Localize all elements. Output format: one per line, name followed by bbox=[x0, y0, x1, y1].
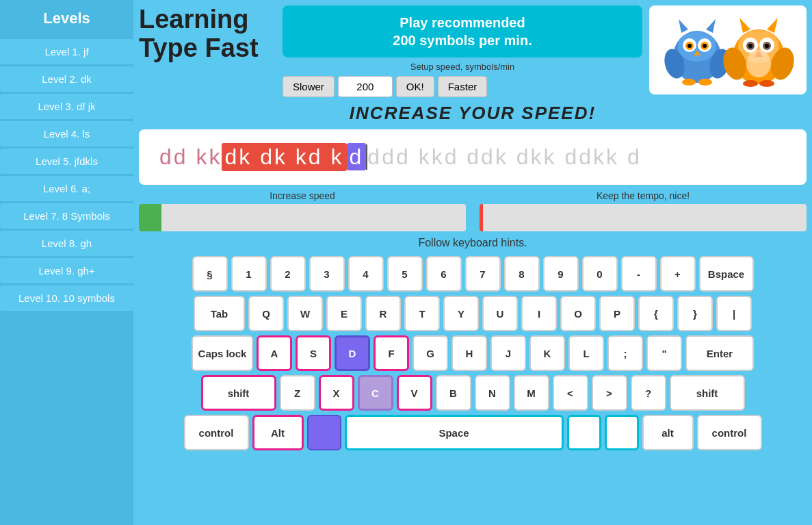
sidebar-item-level7[interactable]: Level 7. 8 Symbols bbox=[0, 203, 133, 229]
key-row-2: Tab Q W E R T Y U I O P { } | bbox=[194, 296, 752, 331]
key-7[interactable]: 7 bbox=[465, 256, 501, 292]
play-button[interactable]: Play recommended200 symbols per min. bbox=[283, 5, 642, 57]
sidebar-item-level10[interactable]: Level 10. 10 symbols bbox=[0, 285, 133, 311]
sidebar-item-level6[interactable]: Level 6. a; bbox=[0, 176, 133, 201]
svg-point-22 bbox=[765, 44, 769, 48]
key-1[interactable]: 1 bbox=[231, 256, 267, 292]
key-b[interactable]: B bbox=[436, 375, 471, 411]
key-quote[interactable]: " bbox=[646, 335, 682, 371]
key-s[interactable]: S bbox=[296, 335, 331, 371]
key-f[interactable]: F bbox=[374, 335, 409, 371]
sidebar-item-level3[interactable]: Level 3. df jk bbox=[0, 94, 133, 119]
ok-button[interactable]: OK! bbox=[396, 76, 434, 97]
sidebar-item-level8[interactable]: Level 8. gh bbox=[0, 231, 133, 256]
key-9[interactable]: 9 bbox=[543, 256, 579, 292]
key-t[interactable]: T bbox=[404, 296, 440, 331]
key-v[interactable]: V bbox=[397, 375, 432, 411]
key-o[interactable]: O bbox=[560, 296, 596, 331]
key-space[interactable]: Space bbox=[345, 415, 564, 450]
key-h[interactable]: H bbox=[451, 335, 487, 371]
key-tab[interactable]: Tab bbox=[194, 296, 245, 331]
svg-point-28 bbox=[743, 80, 758, 87]
key-row-4: shift Z X C V B N M < > ? shift bbox=[201, 375, 745, 411]
key-enter[interactable]: Enter bbox=[685, 335, 754, 371]
key-y[interactable]: Y bbox=[443, 296, 479, 331]
key-active-col1 bbox=[307, 415, 341, 450]
sidebar-item-level9[interactable]: Level 9. gh+ bbox=[0, 258, 133, 283]
key-semicolon[interactable]: ; bbox=[607, 335, 643, 371]
key-k[interactable]: K bbox=[529, 335, 565, 371]
key-n[interactable]: N bbox=[475, 375, 510, 411]
key-minus[interactable]: - bbox=[621, 256, 657, 292]
key-2[interactable]: 2 bbox=[270, 256, 306, 292]
key-row-3: Caps lock A S D F G H J K L ; " Enter bbox=[192, 335, 754, 371]
key-lt[interactable]: < bbox=[553, 375, 588, 411]
svg-point-14 bbox=[698, 79, 712, 86]
key-a[interactable]: A bbox=[257, 335, 292, 371]
key-alt-left[interactable]: Alt bbox=[252, 415, 304, 450]
progress-left-bar-bg bbox=[139, 204, 466, 231]
key-i[interactable]: I bbox=[521, 296, 557, 331]
key-0[interactable]: 0 bbox=[582, 256, 618, 292]
key-blue-col1 bbox=[567, 415, 601, 450]
sidebar-item-level1[interactable]: Level 1. jf bbox=[0, 39, 133, 64]
sidebar-item-level5[interactable]: Level 5. jfdkls bbox=[0, 149, 133, 174]
key-backspace[interactable]: Bspace bbox=[699, 256, 754, 292]
main-content: LearningType Fast Play recommended200 sy… bbox=[133, 0, 812, 525]
key-control-left[interactable]: control bbox=[184, 415, 249, 450]
svg-marker-25 bbox=[767, 18, 778, 33]
key-p[interactable]: P bbox=[599, 296, 635, 331]
speed-banner: INCREASE YOUR SPEED! bbox=[139, 103, 807, 124]
top-row: LearningType Fast Play recommended200 sy… bbox=[139, 5, 807, 97]
key-6[interactable]: 6 bbox=[426, 256, 462, 292]
owl-image bbox=[649, 5, 807, 94]
speed-setup-label: Setup speed, symbols/min bbox=[410, 62, 514, 72]
key-lbrace[interactable]: { bbox=[638, 296, 674, 331]
slower-button[interactable]: Slower bbox=[283, 76, 335, 97]
faster-button[interactable]: Faster bbox=[438, 76, 488, 97]
key-8[interactable]: 8 bbox=[504, 256, 540, 292]
progress-left: Increase speed bbox=[139, 190, 466, 231]
key-u[interactable]: U bbox=[482, 296, 518, 331]
key-shift-right[interactable]: shift bbox=[670, 375, 745, 411]
key-j[interactable]: J bbox=[490, 335, 526, 371]
key-rbrace[interactable]: } bbox=[677, 296, 713, 331]
key-plus[interactable]: + bbox=[660, 256, 696, 292]
progress-left-label: Increase speed bbox=[139, 190, 466, 201]
sidebar-title: Levels bbox=[0, 0, 133, 37]
key-d[interactable]: D bbox=[335, 335, 370, 371]
key-3[interactable]: 3 bbox=[309, 256, 345, 292]
key-4[interactable]: 4 bbox=[348, 256, 384, 292]
sidebar: Levels Level 1. jf Level 2. dk Level 3. … bbox=[0, 0, 133, 525]
key-alt-right[interactable]: alt bbox=[642, 415, 694, 450]
speed-input[interactable] bbox=[338, 76, 393, 97]
svg-point-6 bbox=[687, 44, 692, 48]
key-g[interactable]: G bbox=[412, 335, 448, 371]
key-5[interactable]: 5 bbox=[387, 256, 423, 292]
progress-right-bar-fill bbox=[480, 204, 483, 231]
key-question[interactable]: ? bbox=[631, 375, 666, 411]
key-shift-left[interactable]: shift bbox=[201, 375, 276, 411]
key-l[interactable]: L bbox=[568, 335, 604, 371]
keyboard-hint: Follow keyboard hints. bbox=[139, 237, 807, 249]
keyboard: § 1 2 3 4 5 6 7 8 9 0 - + Bspace Tab Q W… bbox=[139, 256, 807, 450]
key-z[interactable]: Z bbox=[280, 375, 315, 411]
key-w[interactable]: W bbox=[287, 296, 323, 331]
svg-point-7 bbox=[703, 44, 707, 48]
key-capslock[interactable]: Caps lock bbox=[192, 335, 253, 371]
key-x[interactable]: X bbox=[319, 375, 354, 411]
sidebar-item-level4[interactable]: Level 4. ls bbox=[0, 121, 133, 146]
key-control-right[interactable]: control bbox=[697, 415, 762, 450]
key-e[interactable]: E bbox=[326, 296, 362, 331]
key-r[interactable]: R bbox=[365, 296, 401, 331]
key-m[interactable]: M bbox=[514, 375, 549, 411]
key-pipe[interactable]: | bbox=[716, 296, 752, 331]
sidebar-item-level2[interactable]: Level 2. dk bbox=[0, 66, 133, 92]
key-gt[interactable]: > bbox=[592, 375, 627, 411]
key-q[interactable]: Q bbox=[248, 296, 284, 331]
key-c[interactable]: C bbox=[358, 375, 393, 411]
svg-point-29 bbox=[759, 80, 774, 87]
key-section[interactable]: § bbox=[192, 256, 228, 292]
speed-setup: Setup speed, symbols/min bbox=[283, 62, 642, 72]
progress-right: Keep the tempo, nice! bbox=[480, 190, 807, 231]
